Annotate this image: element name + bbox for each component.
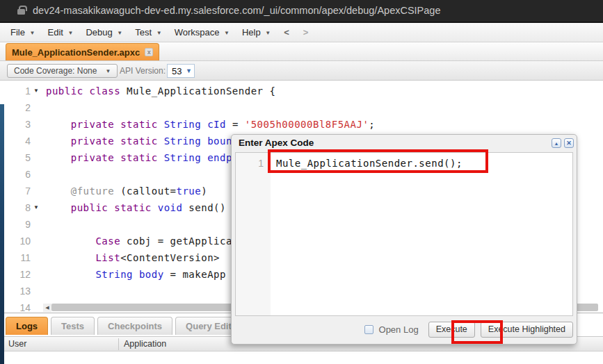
open-log-checkbox[interactable] — [364, 325, 373, 334]
fold-triangle-icon[interactable]: ▼ — [33, 83, 39, 99]
line-number: 10 — [0, 233, 40, 249]
line-number: 5 — [0, 149, 40, 166]
url-text[interactable]: dev24-masakikawaguch-dev-ed.my.salesforc… — [33, 0, 440, 22]
code-line-12[interactable]: String body = makeApp — [46, 266, 226, 283]
menu-item-debug[interactable]: Debug ▼ — [79, 23, 129, 42]
chevron-down-icon: ▼ — [265, 30, 271, 36]
annotation-rectangle-execute — [451, 320, 503, 344]
line-number: 4 — [0, 133, 40, 149]
code-coverage-label: Code Coverage: None — [14, 66, 97, 76]
nav-back-arrow[interactable]: < — [277, 27, 296, 38]
open-log-label: Open Log — [379, 324, 419, 335]
code-line-11[interactable]: List<ContentVersion> — [46, 249, 220, 266]
dialog-title: Enter Apex Code — [239, 138, 314, 148]
code-coverage-button[interactable]: Code Coverage: None ▼ — [7, 64, 118, 78]
tab-close-icon[interactable]: x — [145, 48, 153, 56]
menu-item-file[interactable]: File ▼ — [4, 23, 41, 42]
chevron-down-icon: ▼ — [30, 30, 35, 36]
line-number: 9 — [0, 216, 40, 233]
line-number: 8▼ — [0, 199, 40, 216]
line-number: 1▼ — [0, 83, 40, 99]
column-divider[interactable] — [118, 338, 119, 350]
nav-forward-arrow[interactable]: > — [296, 27, 316, 38]
annotation-rectangle-code — [268, 149, 488, 173]
line-number: 2 — [0, 99, 40, 116]
chevron-down-icon: ▼ — [224, 30, 230, 36]
lock-icon — [17, 9, 25, 15]
tab-mule-applicationsender[interactable]: Mule_ApplicationSender.apxc x — [6, 43, 159, 60]
code-line-8[interactable]: public static void send() — [46, 199, 226, 216]
code-line-4[interactable]: private static String boun — [46, 133, 232, 149]
dialog-line-number: 1 — [258, 156, 264, 171]
api-version-select[interactable]: 53 ▼ — [167, 64, 195, 78]
panel-tab-tests[interactable]: Tests — [51, 317, 95, 335]
code-line-7[interactable]: @future (callout=true) — [46, 183, 207, 199]
line-number: 6 — [0, 166, 40, 183]
scroll-left-arrow-icon[interactable]: ◀ — [43, 304, 51, 312]
console-menu-bar: File ▼Edit ▼Debug ▼Test ▼Workspace ▼Help… — [0, 23, 603, 42]
chevron-down-icon: ▼ — [105, 68, 111, 74]
browser-address-bar[interactable]: dev24-masakikawaguch-dev-ed.my.salesforc… — [0, 0, 603, 23]
code-line-5[interactable]: private static String endp — [46, 149, 232, 166]
line-number: 7 — [0, 183, 40, 199]
line-number: 11 — [0, 249, 40, 266]
menu-item-edit[interactable]: Edit ▼ — [41, 23, 79, 42]
menu-item-help[interactable]: Help ▼ — [236, 23, 277, 42]
api-version-label: API Version: — [120, 61, 166, 81]
menu-item-workspace[interactable]: Workspace ▼ — [168, 23, 236, 42]
line-number: 13 — [0, 283, 40, 299]
chevron-down-icon: ▼ — [68, 30, 74, 36]
desktop-background-strip — [0, 104, 4, 364]
column-header-application[interactable]: Application — [124, 337, 166, 351]
dialog-close-icon[interactable]: ✕ — [564, 138, 574, 148]
column-header-user[interactable]: User — [8, 337, 26, 351]
dialog-footer: Open Log Execute Execute Highlighted — [235, 318, 573, 340]
chevron-down-icon: ▼ — [186, 67, 194, 74]
menu-item-test[interactable]: Test ▼ — [129, 23, 168, 42]
editor-toolbar: Code Coverage: None ▼ API Version: 53 ▼ — [0, 61, 603, 81]
panel-tab-checkpoints[interactable]: Checkpoints — [97, 317, 172, 335]
chevron-down-icon: ▼ — [156, 30, 162, 36]
line-number: 12 — [0, 266, 40, 283]
fold-triangle-icon[interactable]: ▼ — [33, 199, 39, 216]
chevron-down-icon: ▼ — [117, 30, 122, 36]
developer-console-window: dev24-masakikawaguch-dev-ed.my.salesforc… — [0, 0, 603, 364]
code-line-3[interactable]: private static String cId = '5005h00000B… — [46, 116, 375, 133]
tab-label: Mule_ApplicationSender.apxc — [12, 47, 140, 58]
panel-tab-logs[interactable]: Logs — [6, 317, 48, 335]
api-version-value: 53 — [168, 66, 186, 76]
line-number: 3 — [0, 116, 40, 133]
apex-code-input[interactable]: 1 Mule_ApplicationSender.send(); — [235, 152, 573, 316]
code-line-1[interactable]: public class Mule_ApplicationSender { — [46, 83, 275, 99]
code-line-10[interactable]: Case cobj = getApplica — [46, 233, 232, 249]
dialog-collapse-icon[interactable]: ▲ — [552, 138, 561, 148]
editor-tab-strip: Mule_ApplicationSender.apxc x — [0, 42, 603, 61]
menu-items: File ▼Edit ▼Debug ▼Test ▼Workspace ▼Help… — [4, 23, 277, 42]
dialog-editor-gutter: 1 — [236, 153, 271, 315]
